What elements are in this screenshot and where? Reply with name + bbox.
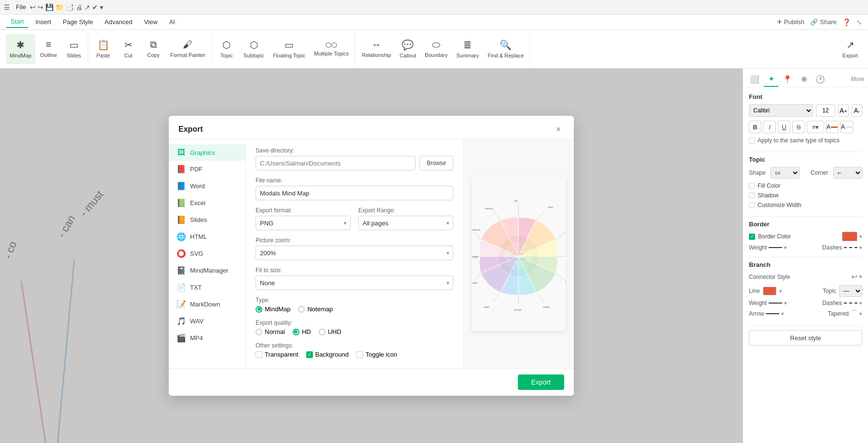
border-color-swatch[interactable] [842,232,857,241]
shape-select[interactable]: ▭ [771,167,800,179]
expand-icon[interactable]: ⤡ [856,18,862,26]
toggle-icon-checkbox[interactable] [356,351,363,358]
connector-style-dropdown[interactable]: ▾ [859,274,862,280]
export-submit-button[interactable]: Export [518,374,564,390]
apply-same-checkbox[interactable] [749,138,755,144]
line-dropdown[interactable]: ▾ [779,288,782,294]
fit-to-size-select[interactable]: None A4 A3 [256,276,453,290]
font-size-input[interactable] [816,104,835,117]
check-icon[interactable]: ✔ [92,3,98,11]
export-format-select[interactable]: PNG JPG BMP [256,216,351,230]
font-color-button[interactable]: A [826,121,839,133]
topic-end-select[interactable]: — [839,285,862,297]
cut-button[interactable]: ✂ Cut [116,34,140,64]
branch-weight-dropdown[interactable]: ▾ [784,300,787,306]
subtopic-button[interactable]: ⬡ Subtopic [240,34,268,64]
find-replace-button[interactable]: 🔍 Find & Replace [484,34,528,64]
weight-dropdown-icon[interactable]: ▾ [784,245,787,251]
slides-button[interactable]: ▭ Slides [62,34,86,64]
export-item-mp4[interactable]: 🎬 MP4 [169,330,245,346]
callout-button[interactable]: 💬 Callout [396,34,420,64]
background-option[interactable]: ✓ Background [306,351,349,358]
quality-hd-radio[interactable] [293,329,299,335]
menu-icon[interactable]: ☰ [4,3,10,11]
redo-icon[interactable]: ↪ [38,3,43,11]
menu-item-advanced[interactable]: Advanced [100,16,137,28]
menu-item-insert[interactable]: Insert [30,16,56,28]
outline-button[interactable]: ≡ Outline [36,34,61,64]
share-button[interactable]: 🔗 Share [810,18,837,26]
export-item-svg[interactable]: ⭕ SVG [169,245,245,262]
strikethrough-button[interactable]: S [792,121,805,133]
tab-location[interactable]: 📍 [780,71,795,87]
font-size-up-button[interactable]: A+ [838,104,849,117]
topic-button[interactable]: ⬡ Topic [215,34,239,64]
export-item-graphics[interactable]: 🖼 Graphics [169,144,245,161]
save-icon[interactable]: 💾 [45,3,54,11]
more-tabs-label[interactable]: More [851,76,864,83]
branch-dashes-dropdown[interactable]: ▾ [859,300,862,306]
export-item-pdf[interactable]: 📕 PDF [169,161,245,178]
quality-uhd-radio[interactable] [319,329,326,335]
transparent-checkbox[interactable] [256,351,262,358]
multiple-topics-button[interactable]: ⬡⬡ Multiple Topics [310,34,353,64]
file-name-input[interactable] [256,186,453,200]
relationship-button[interactable]: ↔ Relationship [358,34,395,64]
transparent-option[interactable]: Transparent [256,351,298,358]
help-icon[interactable]: ❓ [842,18,851,26]
export-arrow-icon[interactable]: ↗ [84,3,90,11]
picture-zoom-select[interactable]: 100% 150% 200% 300% [256,246,453,260]
border-color-checkbox[interactable]: ✓ [749,234,755,240]
menu-item-view[interactable]: View [139,16,163,28]
boundary-button[interactable]: ⬭ Boundary [421,34,451,64]
floating-topic-button[interactable]: ▭ Floating Topic [269,34,310,64]
type-mindmap-radio[interactable] [256,306,262,313]
undo-icon[interactable]: ↩ [30,3,36,11]
right-panel-collapse[interactable]: › [743,246,743,265]
export-button-toolbar[interactable]: ↗ Export [838,34,862,64]
dashes-dropdown-icon[interactable]: ▾ [859,245,862,251]
type-mindmap-option[interactable]: MindMap [256,305,290,313]
menu-item-ai[interactable]: AI [164,16,180,28]
reset-style-button[interactable]: Reset style [749,330,862,346]
quality-uhd-option[interactable]: UHD [319,328,341,335]
font-size-down-button[interactable]: A- [852,104,862,117]
open-folder-icon[interactable]: 📁 [55,3,64,11]
print-icon[interactable]: 🖨 [76,3,82,11]
fill-color-checkbox[interactable] [749,183,755,189]
font-name-select[interactable]: Calibri Arial [749,104,813,117]
export-item-slides[interactable]: 📙 Slides [169,211,245,228]
tab-theme[interactable]: ❋ [796,71,812,87]
more-icon[interactable]: ▾ [100,3,103,11]
tab-style[interactable]: ✦ [763,71,779,87]
publish-button[interactable]: ✈ Publish [777,18,805,26]
quality-hd-option[interactable]: HD [293,328,311,335]
background-checkbox[interactable]: ✓ [306,351,313,358]
menu-item-start[interactable]: Start [6,16,28,28]
paste-button[interactable]: 📋 Paste [91,34,115,64]
tapered-dropdown[interactable]: ▾ [859,311,862,317]
arrow-dropdown[interactable]: ▾ [781,311,784,317]
border-color-dropdown[interactable]: ▾ [859,234,862,240]
bold-button[interactable]: B [749,121,761,133]
mindmap-button[interactable]: ✱ MindMap [6,34,35,64]
export-item-wav[interactable]: 🎵 WAV [169,313,245,330]
menu-item-page-style[interactable]: Page Style [58,16,98,28]
export-item-word[interactable]: 📘 Word [169,178,245,194]
quality-normal-radio[interactable] [256,329,262,335]
type-notemap-radio[interactable] [298,306,305,313]
copy-button[interactable]: ⧉ Copy [141,34,165,64]
export-range-select[interactable]: All pages Current page [358,216,453,230]
type-notemap-option[interactable]: Notemap [298,305,333,313]
shadow-checkbox[interactable] [749,193,755,198]
align-button[interactable]: ≡▾ [807,121,824,133]
line-color-swatch[interactable] [763,287,776,295]
tab-format[interactable]: ⬜ [747,71,762,87]
customize-width-checkbox[interactable] [749,202,755,208]
export-item-markdown[interactable]: 📝 MarkDown [169,296,245,313]
italic-button[interactable]: I [763,121,776,133]
canvas-area[interactable]: - co - can - must Export × 🖼 Grap [0,69,743,443]
save-directory-input[interactable] [256,156,416,170]
toggle-icon-option[interactable]: Toggle icon [356,351,397,358]
export-item-html[interactable]: 🌐 HTML [169,228,245,245]
